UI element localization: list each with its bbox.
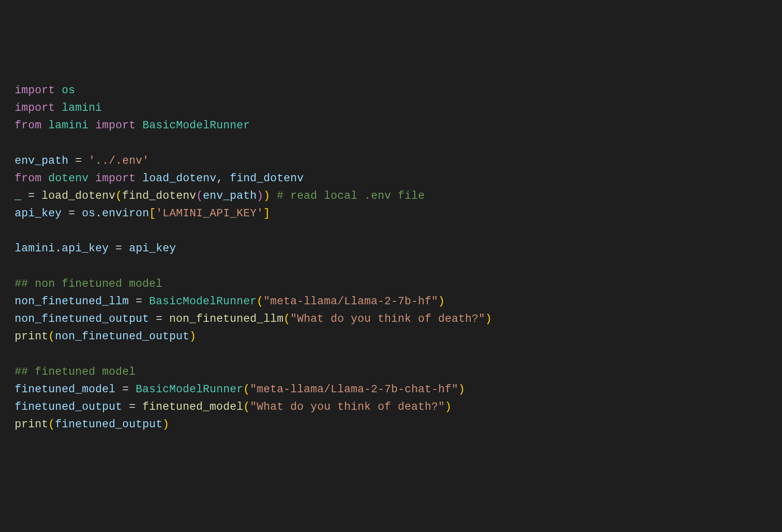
code-line: ## non finetuned model (15, 275, 767, 293)
paren-close: ) (163, 418, 169, 431)
keyword-import: import (95, 172, 136, 185)
blank-line (15, 258, 767, 275)
keyword-from: from (15, 172, 42, 185)
comment: # read local .env file (277, 190, 425, 202)
code-line: import lamini (15, 99, 767, 117)
operator-assign: = (116, 242, 123, 255)
comment: ## finetuned model (15, 366, 136, 378)
paren-open: ( (196, 190, 203, 202)
var-lamini: lamini (15, 242, 55, 255)
paren-close: ) (264, 190, 270, 202)
paren-open: ( (48, 418, 55, 431)
var-api-key: api_key (15, 207, 62, 220)
bracket-close: ] (264, 207, 270, 220)
fn-load-dotenv: load_dotenv (42, 190, 116, 202)
code-line: _ = load_dotenv(find_dotenv(env_path)) #… (15, 187, 767, 205)
paren-open: ( (243, 401, 250, 413)
operator-assign: = (136, 295, 143, 308)
string-literal: "meta-llama/Llama-2-7b-hf" (264, 295, 438, 308)
dot: . (55, 242, 62, 255)
operator-assign: = (68, 207, 75, 220)
comment: ## non finetuned model (15, 278, 163, 290)
var-api-key: api_key (129, 242, 176, 255)
module-os: os (62, 84, 75, 97)
call-finetuned-model: finetuned_model (143, 401, 244, 413)
paren-open: ( (243, 383, 250, 396)
code-line: from dotenv import load_dotenv, find_dot… (15, 170, 767, 187)
class-basicmodelrunner: BasicModelRunner (143, 119, 250, 132)
operator-assign: = (28, 190, 35, 202)
attr-api-key: api_key (62, 242, 109, 255)
paren-close: ) (485, 313, 492, 325)
code-line: from lamini import BasicModelRunner (15, 117, 767, 134)
class-basicmodelrunner: BasicModelRunner (136, 383, 243, 396)
attr-environ: environ (102, 207, 149, 220)
fn-print: print (15, 330, 48, 343)
code-line: env_path = '../.env' (15, 152, 767, 170)
paren-close: ) (257, 190, 264, 202)
var-non-finetuned-llm: non_finetuned_llm (15, 295, 129, 308)
paren-close: ) (189, 330, 196, 343)
paren-open: ( (116, 190, 123, 202)
call-non-finetuned-llm: non_finetuned_llm (169, 313, 284, 325)
code-line: non_finetuned_output = non_finetuned_llm… (15, 310, 767, 328)
comma: , (216, 172, 223, 185)
code-line: finetuned_model = BasicModelRunner("meta… (15, 381, 767, 398)
operator-assign: = (122, 383, 129, 396)
import-load-dotenv: load_dotenv (143, 172, 217, 185)
import-find-dotenv: find_dotenv (230, 172, 304, 185)
code-line: lamini.api_key = api_key (15, 240, 767, 257)
operator-assign: = (156, 313, 163, 325)
fn-find-dotenv: find_dotenv (122, 190, 196, 202)
fn-print: print (15, 418, 48, 431)
var-finetuned-model: finetuned_model (15, 383, 116, 396)
keyword-import: import (95, 119, 136, 132)
var-finetuned-output: finetuned_output (15, 401, 122, 413)
string-literal: '../.env' (89, 155, 149, 167)
keyword-import: import (15, 84, 55, 97)
code-line: import os (15, 82, 767, 99)
code-line: api_key = os.environ['LAMINI_API_KEY'] (15, 205, 767, 222)
paren-close: ) (438, 295, 445, 308)
var-os: os (82, 207, 95, 220)
var-env-path: env_path (15, 155, 68, 167)
paren-open: ( (257, 295, 264, 308)
code-line: ## finetuned model (15, 363, 767, 381)
keyword-import: import (15, 102, 55, 114)
code-line: non_finetuned_llm = BasicModelRunner("me… (15, 293, 767, 310)
operator-assign: = (129, 401, 136, 413)
blank-line (15, 134, 767, 152)
code-editor[interactable]: import osimport laminifrom lamini import… (15, 82, 767, 434)
var-non-finetuned-output: non_finetuned_output (55, 330, 189, 343)
keyword-from: from (15, 119, 42, 132)
var-env-path: env_path (203, 190, 257, 202)
paren-open: ( (48, 330, 55, 343)
bracket-open: [ (149, 207, 156, 220)
operator-assign: = (75, 155, 82, 167)
code-line: print(finetuned_output) (15, 416, 767, 433)
blank-line (15, 222, 767, 240)
var-finetuned-output: finetuned_output (55, 418, 163, 431)
module-dotenv: dotenv (48, 172, 89, 185)
module-lamini: lamini (62, 102, 102, 114)
code-line: finetuned_output = finetuned_model("What… (15, 398, 767, 416)
string-literal: 'LAMINI_API_KEY' (156, 207, 264, 220)
module-lamini: lamini (48, 119, 89, 132)
dot: . (95, 207, 102, 220)
blank-line (15, 346, 767, 363)
string-literal: "What do you think of death?" (250, 401, 445, 413)
paren-close: ) (445, 401, 452, 413)
var-underscore: _ (15, 190, 22, 202)
string-literal: "meta-llama/Llama-2-7b-chat-hf" (250, 383, 459, 396)
string-literal: "What do you think of death?" (290, 313, 485, 325)
paren-open: ( (283, 313, 290, 325)
var-non-finetuned-output: non_finetuned_output (15, 313, 149, 325)
code-line: print(non_finetuned_output) (15, 328, 767, 345)
paren-close: ) (458, 383, 465, 396)
class-basicmodelrunner: BasicModelRunner (149, 295, 257, 308)
